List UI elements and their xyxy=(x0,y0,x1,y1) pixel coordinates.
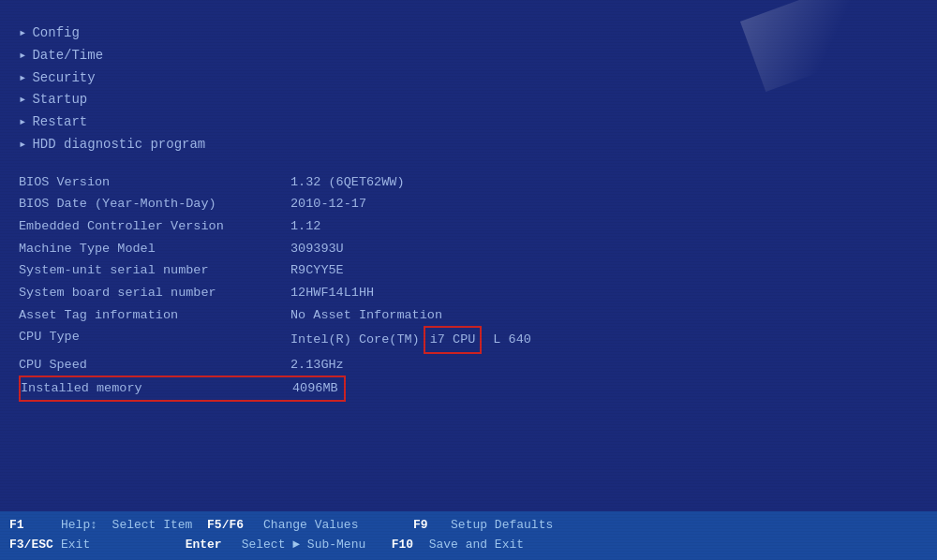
footer-f9-desc: Setup Defaults xyxy=(451,516,553,536)
asset-tag-value: No Asset Information xyxy=(290,304,442,327)
menu-item-restart[interactable]: ▸ Restart xyxy=(19,111,937,134)
footer-row-2: F3/ESC Exit Enter Select ► Sub-Menu F10 … xyxy=(9,536,928,555)
bios-date-value: 2010-12-17 xyxy=(290,193,366,215)
bios-date-row: BIOS Date (Year-Month-Day) 2010-12-17 xyxy=(19,193,918,215)
ec-version-label: Embedded Controller Version xyxy=(19,215,290,238)
cpu-speed-value: 2.13GHz xyxy=(290,354,344,376)
footer-enter-key: Enter xyxy=(186,536,242,555)
cpu-type-label: CPU Type xyxy=(19,326,290,354)
board-serial-label: System board serial number xyxy=(19,282,290,304)
cpu-type-highlight: i7 CPU xyxy=(424,326,483,354)
bullet-icon: ▸ xyxy=(19,22,26,45)
footer-f1-desc: Help↕ Select Item xyxy=(61,516,207,536)
footer-f3esc-desc: Exit xyxy=(61,536,186,555)
footer-f10-key: F10 xyxy=(392,536,429,555)
bios-version-label: BIOS Version xyxy=(19,171,290,194)
menu-item-datetime[interactable]: ▸ Date/Time xyxy=(19,45,937,67)
footer-f1-key: F1 xyxy=(9,516,61,536)
installed-memory-highlight: Installed memory 4096MB xyxy=(19,376,346,402)
installed-memory-label: Installed memory xyxy=(21,377,292,400)
machine-type-row: Machine Type Model 309393U xyxy=(19,238,918,260)
footer-f9-key: F9 xyxy=(413,516,451,536)
footer-f10-desc: Save and Exit xyxy=(429,536,524,555)
serial-number-value: R9CYY5E xyxy=(290,259,344,282)
cpu-speed-label: CPU Speed xyxy=(19,354,290,376)
bullet-icon: ▸ xyxy=(19,67,26,90)
serial-number-row: System-unit serial number R9CYY5E xyxy=(19,259,918,282)
bullet-icon: ▸ xyxy=(19,111,26,134)
bios-date-label: BIOS Date (Year-Month-Day) xyxy=(19,193,290,215)
board-serial-row: System board serial number 12HWF14L1HH xyxy=(19,282,918,304)
footer-f5f6-key: F5/F6 xyxy=(207,516,263,536)
bios-info-section: BIOS Version 1.32 (6QET62WW) BIOS Date (… xyxy=(0,166,937,402)
footer-f5f6-desc: Change Values xyxy=(263,516,413,536)
cpu-type-row: CPU Type Intel(R) Core(TM) i7 CPU L 640 xyxy=(19,326,918,354)
bios-version-value: 1.32 (6QET62WW) xyxy=(290,171,405,194)
footer-enter-desc: Select ► Sub-Menu xyxy=(242,536,392,555)
footer: F1 Help↕ Select Item F5/F6 Change Values… xyxy=(0,511,937,560)
asset-tag-row: Asset Tag information No Asset Informati… xyxy=(19,304,918,327)
ec-version-value: 1.12 xyxy=(290,215,320,238)
board-serial-value: 12HWF14L1HH xyxy=(290,282,374,304)
bios-version-row: BIOS Version 1.32 (6QET62WW) xyxy=(19,171,918,194)
installed-memory-value: 4096MB xyxy=(292,377,338,400)
menu-item-startup[interactable]: ▸ Startup xyxy=(19,89,937,111)
installed-memory-row: Installed memory 4096MB xyxy=(19,376,918,402)
menu-item-hdd[interactable]: ▸ HDD diagnostic program xyxy=(19,134,937,156)
machine-type-label: Machine Type Model xyxy=(19,238,290,260)
footer-row-1: F1 Help↕ Select Item F5/F6 Change Values… xyxy=(9,516,928,536)
menu-section: ▸ Config ▸ Date/Time ▸ Security ▸ Startu… xyxy=(0,9,937,166)
ec-version-row: Embedded Controller Version 1.12 xyxy=(19,215,918,238)
cpu-type-prefix: Intel(R) Core(TM) xyxy=(290,329,420,351)
bullet-icon: ▸ xyxy=(19,89,26,111)
cpu-type-suffix: L 640 xyxy=(493,329,531,351)
menu-item-config[interactable]: ▸ Config xyxy=(19,22,937,45)
bios-screen: ▸ Config ▸ Date/Time ▸ Security ▸ Startu… xyxy=(0,0,937,560)
bullet-icon: ▸ xyxy=(19,134,26,156)
cpu-speed-row: CPU Speed 2.13GHz xyxy=(19,354,918,376)
serial-number-label: System-unit serial number xyxy=(19,259,290,282)
asset-tag-label: Asset Tag information xyxy=(19,304,290,327)
footer-f3esc-key: F3/ESC xyxy=(9,536,61,555)
cpu-type-value: Intel(R) Core(TM) i7 CPU L 640 xyxy=(290,326,531,354)
bullet-icon: ▸ xyxy=(19,45,26,67)
machine-type-value: 309393U xyxy=(290,238,344,260)
menu-item-security[interactable]: ▸ Security xyxy=(19,67,937,90)
